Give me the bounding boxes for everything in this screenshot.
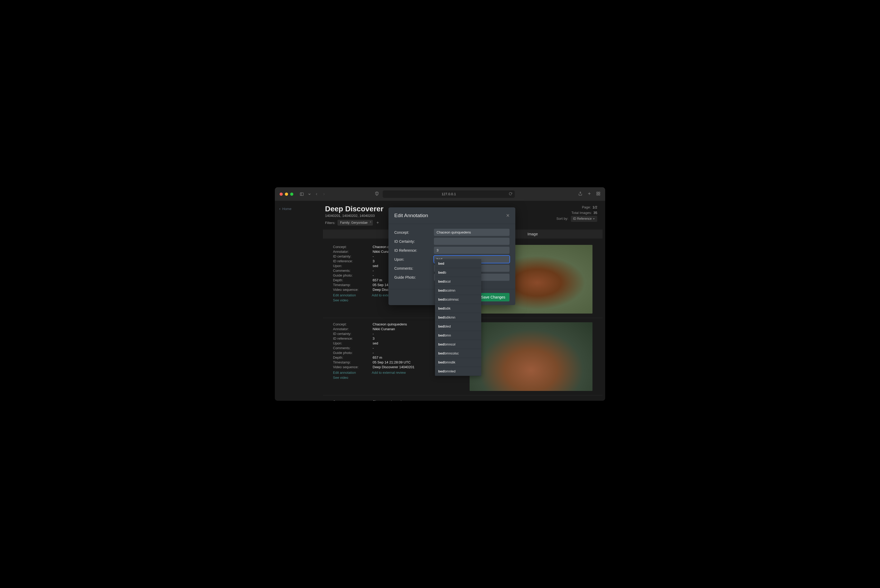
tabs-overview-icon[interactable] xyxy=(596,192,601,197)
add-external-review-link[interactable]: Add to external review xyxy=(372,370,406,375)
autocomplete-option[interactable]: bedbdikmn xyxy=(435,313,481,322)
field-label: Comments: xyxy=(333,346,372,350)
autocomplete-option[interactable]: bedbcolmn xyxy=(435,286,481,295)
field-label: Comments: xyxy=(333,268,372,273)
field-value: - xyxy=(372,268,374,273)
edit-annotation-link[interactable]: Edit annotation xyxy=(333,293,356,297)
add-filter-button[interactable]: + xyxy=(375,220,380,225)
id-reference-input[interactable] xyxy=(434,247,509,254)
field-label: Timestamp: xyxy=(333,360,372,364)
sort-dropdown[interactable]: ID Reference xyxy=(571,216,597,222)
autocomplete-option[interactable]: bedbmndik xyxy=(435,358,481,367)
autocomplete-option[interactable]: bedbcolmnsc xyxy=(435,295,481,304)
annotation-thumbnail[interactable] xyxy=(470,322,592,391)
autocomplete-dropdown: bedbedbbedbcolbedbcolmnbedbcolmnscbedbdi… xyxy=(435,259,481,376)
field-label: Concept: xyxy=(333,322,372,326)
field-value: - xyxy=(372,351,374,355)
svg-rect-6 xyxy=(597,192,598,194)
filter-chip[interactable]: Family: Geryonidae × xyxy=(338,220,373,226)
forward-button[interactable] xyxy=(321,191,327,197)
minimize-window-button[interactable] xyxy=(285,193,288,196)
field-value: Deep Discoverer 14040201 xyxy=(372,365,414,369)
field-label: Guide photo: xyxy=(333,273,372,278)
autocomplete-option[interactable]: bedbmnled xyxy=(435,367,481,376)
id-certainty-input[interactable] xyxy=(434,238,509,245)
field-value: 657 m xyxy=(372,278,382,282)
filter-chip-label: Family: Geryonidae xyxy=(340,221,368,225)
field-label: Annotator: xyxy=(333,327,372,331)
field-value: Chaceon quinquedens xyxy=(372,400,407,401)
page-content: Home Deep Discoverer 14040201, 14040202,… xyxy=(275,201,605,401)
home-link-label: Home xyxy=(282,207,291,211)
field-label: ID certainty: xyxy=(333,332,372,336)
see-video-link[interactable]: See video xyxy=(333,376,348,380)
field-value: Nikki Cunanan xyxy=(372,327,395,331)
annotation-row: Concept:Chaceon quinquedensAnnotator:Nik… xyxy=(323,395,602,401)
field-label: Concept: xyxy=(333,245,372,249)
field-value: 3 xyxy=(372,336,374,340)
titlebar: 127.0.0.1 xyxy=(275,187,605,201)
save-changes-button[interactable]: Save Changes xyxy=(477,293,509,302)
upon-label: Upon: xyxy=(394,257,434,261)
sort-label: Sort by: xyxy=(557,217,568,220)
autocomplete-option[interactable]: bedbled xyxy=(435,322,481,331)
filters-label: Filters: xyxy=(325,221,335,225)
close-modal-button[interactable]: × xyxy=(506,212,509,219)
field-value: sed xyxy=(372,341,378,345)
home-link[interactable]: Home xyxy=(279,207,291,211)
field-value: - xyxy=(372,273,374,278)
field-label: ID reference: xyxy=(333,259,372,263)
field-label: Depth: xyxy=(333,278,372,282)
field-label: ID certainty: xyxy=(333,254,372,258)
autocomplete-option[interactable]: bedb xyxy=(435,268,481,277)
total-images-value: 35 xyxy=(593,211,597,215)
field-label: Upon: xyxy=(333,264,372,268)
page-value: 1/2 xyxy=(592,205,597,209)
edit-annotation-link[interactable]: Edit annotation xyxy=(333,370,356,375)
new-tab-icon[interactable] xyxy=(587,192,592,197)
guide-photo-label: Guide Photo: xyxy=(394,275,434,279)
remove-filter-icon[interactable]: × xyxy=(370,220,371,224)
close-window-button[interactable] xyxy=(279,193,283,196)
svg-rect-0 xyxy=(300,193,303,195)
svg-rect-7 xyxy=(599,192,600,194)
svg-rect-9 xyxy=(597,194,598,195)
autocomplete-option[interactable]: bed xyxy=(435,259,481,268)
address-bar[interactable]: 127.0.0.1 xyxy=(383,190,515,198)
see-video-link[interactable]: See video xyxy=(333,298,348,302)
reload-icon[interactable] xyxy=(509,192,512,196)
autocomplete-option[interactable]: bedbdik xyxy=(435,304,481,313)
field-value: 657 m xyxy=(372,356,382,360)
concept-input[interactable] xyxy=(434,229,509,236)
sidebar-toggle-icon[interactable] xyxy=(298,191,305,197)
field-value: - xyxy=(372,332,374,336)
field-value: sed xyxy=(372,264,378,268)
field-label: Upon: xyxy=(333,341,372,345)
back-button[interactable] xyxy=(314,191,320,197)
autocomplete-option[interactable]: bedbmncolsc xyxy=(435,349,481,358)
field-label: Timestamp: xyxy=(333,283,372,287)
modal-title: Edit Annotation xyxy=(394,213,428,219)
field-value: 3 xyxy=(372,259,374,263)
id-certainty-label: ID Certainty: xyxy=(394,239,434,243)
browser-window: 127.0.0.1 Home Deep Discoverer 14040201,… xyxy=(275,187,605,401)
autocomplete-option[interactable]: bedbmn xyxy=(435,331,481,340)
field-label: Video sequence: xyxy=(333,288,372,292)
chevron-down-icon[interactable] xyxy=(308,191,311,197)
field-value: Chaceon quinquedens xyxy=(372,322,407,326)
autocomplete-option[interactable]: bedbcol xyxy=(435,277,481,286)
total-images-label: Total Images: xyxy=(571,211,592,215)
field-value: 05 Sep 14 21:28:09 UTC xyxy=(372,360,411,364)
field-label: Guide photo: xyxy=(333,351,372,355)
autocomplete-option[interactable]: bedbmncol xyxy=(435,340,481,349)
traffic-lights xyxy=(279,193,293,196)
field-value: - xyxy=(372,254,374,258)
share-icon[interactable] xyxy=(578,192,583,197)
field-label: Annotator: xyxy=(333,250,372,254)
url-text: 127.0.0.1 xyxy=(442,192,456,196)
privacy-shield-icon[interactable] xyxy=(375,192,379,197)
sort-value: ID Reference xyxy=(573,216,592,221)
maximize-window-button[interactable] xyxy=(290,193,293,196)
field-label: Video sequence: xyxy=(333,365,372,369)
comments-label: Comments: xyxy=(394,266,434,270)
